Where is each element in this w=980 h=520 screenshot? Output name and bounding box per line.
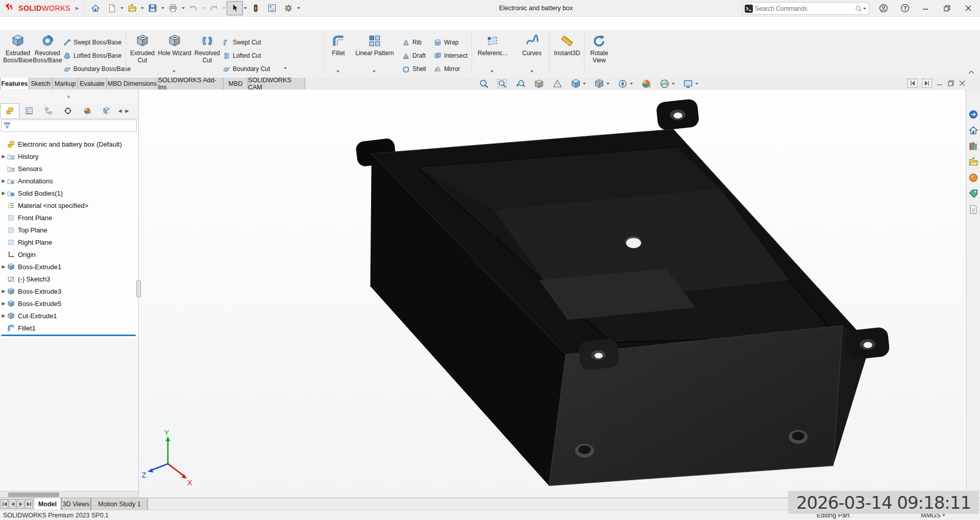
- tree-item-boss-extrude5[interactable]: ▶Boss-Extrude5: [0, 297, 138, 310]
- swept-boss-base-button[interactable]: Swept Boss/Base: [63, 37, 121, 48]
- linear-pattern-button[interactable]: Linear Pattern: [352, 32, 397, 75]
- xpress-products-button[interactable]: [248, 2, 263, 15]
- tree-item-sensors[interactable]: Sensors: [0, 162, 138, 175]
- next-tab-button[interactable]: [17, 499, 24, 509]
- tab-sketch[interactable]: Sketch: [29, 78, 53, 89]
- tab-cam-tree[interactable]: [97, 103, 116, 118]
- linear-pattern-dropdown[interactable]: [373, 70, 376, 73]
- rib-button[interactable]: Rib: [402, 37, 422, 48]
- zoom-to-fit-icon[interactable]: [479, 79, 489, 89]
- search-commands-box[interactable]: [743, 2, 869, 15]
- expand-arrow[interactable]: ▶: [0, 313, 7, 318]
- units-dropdown[interactable]: [942, 514, 945, 516]
- select-button[interactable]: [227, 1, 243, 15]
- minimize-button[interactable]: [918, 2, 933, 15]
- rollback-bar[interactable]: [1, 335, 136, 336]
- graphics-viewport[interactable]: Y X Z: [139, 90, 965, 498]
- expand-arrow[interactable]: ▶: [0, 178, 7, 183]
- section-view-icon[interactable]: [534, 79, 544, 89]
- tab-markup[interactable]: Markup: [53, 78, 78, 89]
- tree-item-solid-bodies[interactable]: ▶Solid Bodies(1): [0, 187, 138, 199]
- curves-button[interactable]: Curves: [518, 32, 546, 75]
- doc-minimize-button[interactable]: [936, 80, 943, 87]
- wrap-button[interactable]: Wrap: [434, 37, 458, 48]
- display-style-dropdown[interactable]: [606, 83, 609, 85]
- view-settings-icon[interactable]: [683, 79, 693, 89]
- extruded-cut-button[interactable]: Extruded Cut: [129, 32, 156, 75]
- boundary-cut-dropdown[interactable]: [284, 67, 287, 69]
- previous-view-icon[interactable]: [516, 79, 526, 89]
- tab-featuremanager-tree[interactable]: [0, 103, 19, 118]
- lofted-boss-base-button[interactable]: Lofted Boss/Base: [63, 50, 121, 61]
- tree-item-boss-extrude1[interactable]: ▶Boss-Extrude1: [0, 261, 138, 273]
- tab-evaluate[interactable]: Evaluate: [78, 78, 107, 89]
- tree-item-fillet1[interactable]: Fillet1: [0, 322, 138, 334]
- tree-item-top-plane[interactable]: Top Plane: [0, 224, 138, 236]
- display-style-icon[interactable]: [594, 79, 604, 89]
- view-settings-dropdown[interactable]: [695, 83, 698, 85]
- hole-wizard-dropdown[interactable]: [173, 70, 176, 73]
- tab-solidworks-addins[interactable]: SOLIDWORKS Add-Ins: [158, 78, 224, 89]
- curves-dropdown[interactable]: [530, 70, 533, 73]
- expand-arrow[interactable]: ▶: [0, 191, 7, 196]
- model-canvas[interactable]: Y X Z: [139, 90, 965, 498]
- custom-properties-icon[interactable]: [968, 188, 978, 199]
- tree-item-cut-extrude1[interactable]: ▶Cut-Extrude1: [0, 310, 138, 322]
- feature-statistics-button[interactable]: [264, 2, 280, 15]
- tab-model[interactable]: Model: [34, 498, 61, 510]
- tab-features[interactable]: Features: [0, 78, 29, 89]
- panel-splitter-grip[interactable]: [136, 280, 141, 297]
- new-document-button[interactable]: [104, 2, 119, 15]
- floor-hole[interactable]: [626, 238, 641, 248]
- panel-tabs-scroll-right[interactable]: ▶: [124, 103, 131, 118]
- tree-item-sketch3[interactable]: (-) Sketch3: [0, 273, 138, 285]
- rotate-view-button[interactable]: Rotate View: [586, 32, 612, 75]
- doc-close-button[interactable]: [959, 80, 966, 87]
- edit-appearance-icon[interactable]: [641, 79, 651, 89]
- tree-filter-field[interactable]: [1, 120, 137, 132]
- save-dropdown[interactable]: [161, 7, 164, 9]
- fillet-dropdown[interactable]: [336, 70, 339, 73]
- redo-button[interactable]: [206, 2, 222, 15]
- expand-arrow[interactable]: ▶: [0, 301, 7, 306]
- tab-displaymanager[interactable]: [78, 103, 97, 118]
- undo-button[interactable]: [186, 2, 201, 15]
- reference-geometry-button[interactable]: Referenc...: [476, 32, 509, 75]
- undo-dropdown[interactable]: [202, 7, 205, 9]
- open-button[interactable]: [125, 2, 140, 15]
- options-button[interactable]: [281, 2, 296, 15]
- panel-splitter-dot[interactable]: [67, 96, 70, 98]
- instant3d-button[interactable]: Instant3D: [551, 32, 583, 75]
- search-input[interactable]: [753, 5, 855, 12]
- expand-panel-right-button[interactable]: [922, 79, 932, 88]
- swept-cut-button[interactable]: Swept Cut: [223, 37, 261, 48]
- tree-item-root[interactable]: Electronic and battery box (Default): [0, 138, 138, 150]
- shell-button[interactable]: Shell: [402, 63, 426, 75]
- intersect-button[interactable]: Intersect: [434, 50, 468, 61]
- tree-item-history[interactable]: ▶History: [0, 150, 138, 162]
- ribbon-collapse-chevron[interactable]: [968, 69, 975, 75]
- lofted-cut-button[interactable]: Lofted Cut: [223, 50, 261, 61]
- tree-item-annotations[interactable]: ▶Annotations: [0, 175, 138, 187]
- fillet-button[interactable]: Fillet: [327, 32, 350, 75]
- first-tab-button[interactable]: [1, 499, 8, 509]
- panel-splitter-band[interactable]: [0, 90, 138, 103]
- expand-arrow[interactable]: ▶: [0, 264, 7, 269]
- options-dropdown[interactable]: [297, 7, 300, 9]
- view-orientation-icon[interactable]: [571, 79, 581, 89]
- solidworks-resources-icon[interactable]: [968, 109, 978, 120]
- hole-wizard-button[interactable]: Hole Wizard: [157, 32, 192, 75]
- print-button[interactable]: [165, 2, 181, 15]
- view-orientation-dropdown[interactable]: [583, 83, 586, 85]
- file-explorer-icon[interactable]: [968, 157, 978, 167]
- front-hole-left[interactable]: [578, 445, 591, 454]
- apply-scene-icon[interactable]: [659, 79, 670, 89]
- tab-propertymanager[interactable]: [19, 103, 39, 118]
- ear-hole[interactable]: [595, 353, 603, 359]
- help-button[interactable]: [897, 2, 913, 15]
- zoom-to-area-icon[interactable]: [497, 79, 507, 89]
- boundary-cut-button[interactable]: Boundary Cut: [223, 63, 270, 75]
- mirror-button[interactable]: Mirror: [434, 63, 460, 75]
- doc-restore-button[interactable]: [947, 80, 954, 87]
- tab-motion-study-1[interactable]: Motion Study 1: [91, 498, 148, 510]
